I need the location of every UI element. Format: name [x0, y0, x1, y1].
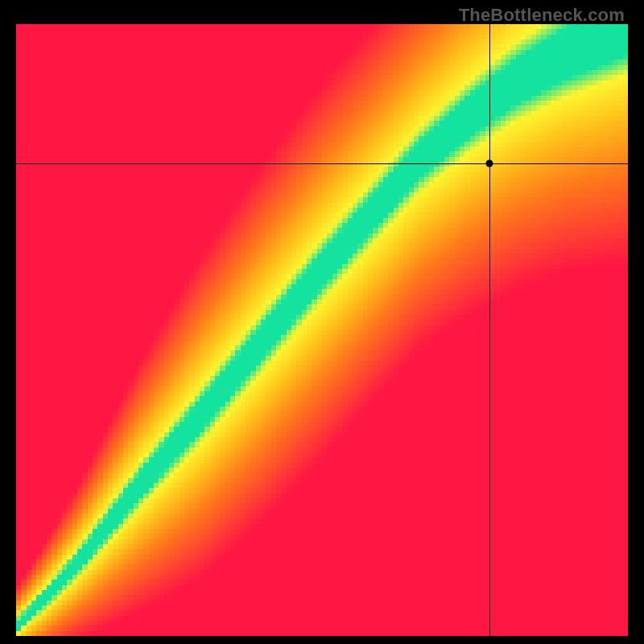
heatmap-plot-area[interactable] — [16, 24, 628, 636]
watermark-text: TheBottleneck.com — [459, 5, 625, 26]
chart-container: TheBottleneck.com — [0, 0, 644, 644]
heatmap-canvas — [16, 24, 628, 636]
